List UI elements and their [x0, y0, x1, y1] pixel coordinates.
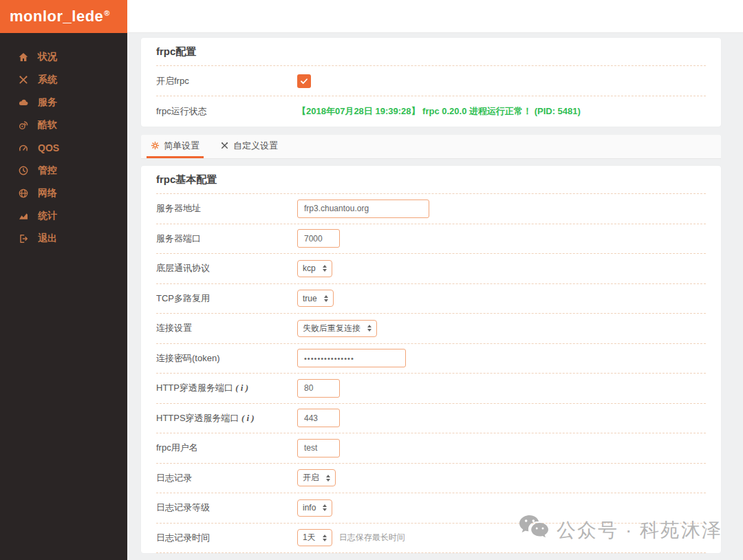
- frpc-config-title: frpc配置: [156, 38, 706, 66]
- form-row: TCP多路复用true: [156, 284, 706, 314]
- field-label: 日志记录时间: [156, 532, 297, 544]
- form-row: 开启frpc: [156, 66, 706, 96]
- field-hint: 日志保存最长时间: [339, 532, 405, 543]
- field-label: TCP多路复用: [156, 292, 297, 305]
- sidebar-item-logout[interactable]: 退出: [0, 227, 127, 250]
- registered-mark: ®: [104, 9, 110, 17]
- select-value: 1天: [303, 532, 316, 543]
- info-icon[interactable]: ( i ): [233, 383, 248, 393]
- field-label: 底层通讯协议: [156, 262, 297, 274]
- gear-icon: [151, 141, 160, 150]
- frpc-status-text: 【2018年07月28日 19:39:28】 frpc 0.20.0 进程运行正…: [297, 105, 581, 118]
- sidebar-item-label: 统计: [38, 210, 57, 222]
- sidebar-item-label: 服务: [38, 96, 57, 109]
- tools-icon: [220, 141, 229, 150]
- field-label: 日志记录: [156, 472, 297, 484]
- tab-label: 简单设置: [164, 140, 200, 152]
- gauge-icon: [17, 142, 29, 153]
- home-icon: [17, 51, 29, 63]
- sidebar-item-label: 酷软: [38, 119, 57, 131]
- tab-bar: 简单设置自定义设置: [141, 135, 721, 159]
- select-value: info: [303, 503, 316, 513]
- field-label: 连接设置: [156, 322, 297, 334]
- form-row: 服务器端口: [156, 224, 706, 255]
- enable-frpc-checkbox[interactable]: [297, 74, 311, 88]
- top-bar: [127, 0, 743, 33]
- select-stepper-icon: [324, 295, 328, 302]
- tools-icon: [17, 74, 29, 85]
- sidebar-item-network[interactable]: 网络: [0, 182, 127, 204]
- field-label: 服务器地址: [156, 202, 297, 215]
- sidebar-item-label: 退出: [38, 233, 57, 245]
- text-input[interactable]: [297, 409, 340, 427]
- sidebar-item-status[interactable]: 状况: [0, 45, 127, 68]
- text-input[interactable]: [297, 439, 340, 457]
- password-input[interactable]: [297, 349, 406, 367]
- sidebar-item-label: 网络: [38, 187, 57, 200]
- select-value: true: [303, 294, 317, 303]
- tab-label: 自定义设置: [233, 140, 278, 152]
- select-value: 失败后重复连接: [303, 323, 360, 334]
- text-input[interactable]: [297, 379, 340, 398]
- select-field[interactable]: 1天: [297, 529, 332, 546]
- form-row: 连接设置失败后重复连接: [156, 314, 706, 344]
- form-row: 连接密码(token): [156, 344, 706, 374]
- select-field[interactable]: 开启: [297, 469, 336, 486]
- main-content: frpc配置 开启frpcfrpc运行状态【2018年07月28日 19:39:…: [127, 33, 743, 560]
- field-label: 服务器端口: [156, 233, 297, 245]
- frpc-basic-config-title: frpc基本配置: [156, 166, 706, 194]
- form-row: 日志记录等级info: [156, 493, 706, 524]
- field-label: 连接密码(token): [156, 352, 297, 365]
- field-label: HTTPS穿透服务端口 ( i ): [156, 412, 297, 424]
- frpc-config-card: frpc配置 开启frpcfrpc运行状态【2018年07月28日 19:39:…: [141, 38, 721, 127]
- sidebar-item-services[interactable]: 服务: [0, 91, 127, 114]
- form-row: 日志记录开启: [156, 464, 706, 494]
- sidebar-item-label: 管控: [38, 164, 57, 177]
- select-stepper-icon: [367, 325, 372, 332]
- sidebar-item-label: 状况: [38, 51, 57, 63]
- globe-icon: [17, 187, 29, 199]
- text-input[interactable]: [297, 229, 340, 248]
- form-row: HTTP穿透服务端口 ( i ): [156, 374, 706, 404]
- sidebar-item-system[interactable]: 系统: [0, 68, 127, 91]
- logout-icon: [17, 233, 29, 244]
- sidebar-item-qos[interactable]: QOS: [0, 136, 127, 159]
- weibo-icon: [17, 119, 29, 131]
- field-label: 开启frpc: [156, 75, 297, 87]
- select-stepper-icon: [323, 535, 327, 541]
- select-value: kcp: [303, 263, 316, 273]
- tab-simple[interactable]: 简单设置: [147, 135, 204, 158]
- clock-icon: [17, 164, 29, 176]
- form-row: frpc运行状态【2018年07月28日 19:39:28】 frpc 0.20…: [156, 96, 706, 127]
- select-field[interactable]: 失败后重复连接: [297, 320, 377, 337]
- sidebar-item-label: QOS: [38, 142, 59, 153]
- select-field[interactable]: true: [297, 290, 334, 307]
- sidebar-item-control[interactable]: 管控: [0, 159, 127, 182]
- field-label: frpc用户名: [156, 442, 297, 454]
- sidebar-item-stats[interactable]: 统计: [0, 204, 127, 227]
- select-stepper-icon: [323, 265, 327, 272]
- field-label: frpc运行状态: [156, 105, 297, 118]
- logo-text: monlor_lede: [10, 8, 103, 25]
- chart-icon: [17, 210, 29, 222]
- select-field[interactable]: info: [297, 499, 332, 517]
- select-value: 开启: [303, 472, 319, 484]
- form-row: frpc用户名: [156, 433, 706, 464]
- info-icon[interactable]: ( i ): [239, 413, 255, 423]
- sidebar-item-kusoft[interactable]: 酷软: [0, 114, 127, 136]
- select-stepper-icon: [323, 504, 327, 511]
- field-label: 日志记录等级: [156, 502, 297, 514]
- form-row: 服务器地址: [156, 194, 706, 224]
- select-field[interactable]: kcp: [297, 260, 332, 277]
- app-logo[interactable]: monlor_lede®: [0, 0, 127, 33]
- frpc-basic-config-card: frpc基本配置 服务器地址服务器端口底层通讯协议kcpTCP多路复用true连…: [141, 166, 721, 553]
- tab-custom[interactable]: 自定义设置: [216, 135, 282, 158]
- form-row: 日志记录时间1天日志保存最长时间: [156, 524, 706, 554]
- cloud-icon: [17, 96, 29, 108]
- text-input[interactable]: [297, 200, 429, 218]
- select-stepper-icon: [326, 475, 330, 482]
- sidebar: 状况系统服务酷软QOS管控网络统计退出: [0, 33, 127, 560]
- form-row: HTTPS穿透服务端口 ( i ): [156, 404, 706, 434]
- field-label: HTTP穿透服务端口 ( i ): [156, 382, 297, 394]
- form-row: 底层通讯协议kcp: [156, 254, 706, 284]
